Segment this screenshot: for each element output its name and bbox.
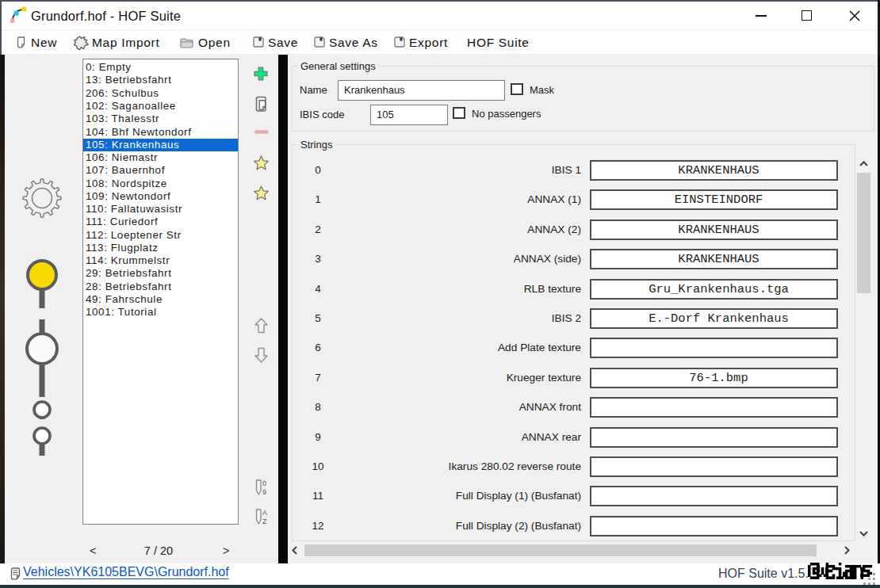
svg-text:9: 9 xyxy=(262,488,266,496)
svg-text:Z: Z xyxy=(262,517,267,525)
svg-text:A: A xyxy=(262,509,267,517)
svg-text:0: 0 xyxy=(262,479,266,487)
